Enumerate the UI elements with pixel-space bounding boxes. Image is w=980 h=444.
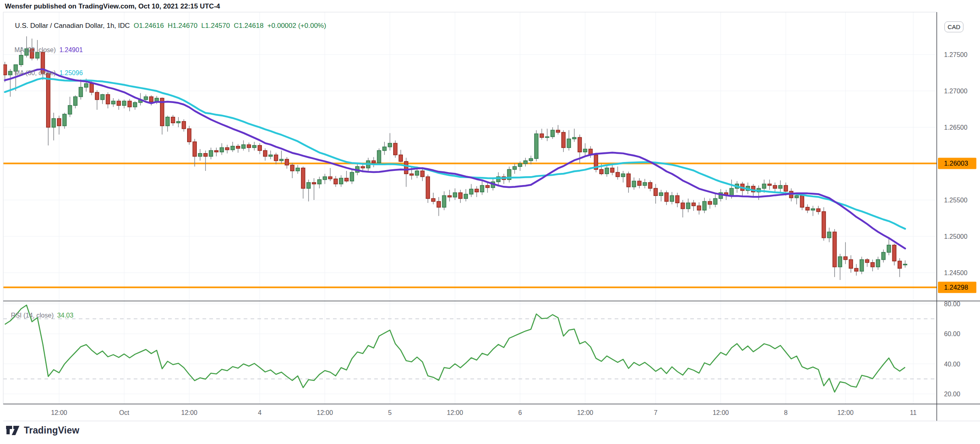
svg-text:11: 11 — [910, 409, 917, 416]
ma20-label: MA (20, close) — [15, 46, 56, 53]
svg-text:4: 4 — [258, 409, 261, 416]
attribution-text: Wensfer published on TradingView.com, Oc… — [5, 2, 220, 11]
svg-text:8: 8 — [784, 409, 788, 416]
svg-text:12:00: 12:00 — [51, 409, 67, 416]
svg-text:20.00: 20.00 — [944, 391, 960, 398]
svg-text:1.25000: 1.25000 — [944, 233, 967, 240]
svg-text:12:00: 12:00 — [181, 409, 197, 416]
svg-text:5: 5 — [388, 409, 392, 416]
svg-text:1.24298: 1.24298 — [944, 284, 968, 291]
ma30-value: 1.25096 — [59, 69, 83, 76]
tradingview-icon — [6, 425, 20, 436]
ohlc-values: O1.24616 H1.24670 L1.24570 C1.24618 +0.0… — [134, 22, 326, 29]
page: { "header": {"text": "Wensfer published … — [0, 0, 980, 444]
svg-text:6: 6 — [518, 409, 522, 416]
svg-text:60.00: 60.00 — [944, 330, 960, 337]
svg-text:40.00: 40.00 — [944, 361, 960, 368]
currency-button[interactable]: CAD — [944, 21, 963, 32]
symbol-title: U.S. Dollar / Canadian Dollar, 1h, IDC — [15, 22, 130, 29]
svg-text:1.25500: 1.25500 — [944, 197, 967, 204]
svg-text:7: 7 — [654, 409, 658, 416]
svg-text:12:00: 12:00 — [447, 409, 463, 416]
svg-text:1.27500: 1.27500 — [944, 51, 967, 58]
svg-text:80.00: 80.00 — [944, 301, 960, 307]
svg-text:12:00: 12:00 — [712, 409, 729, 416]
rsi-legend: RSI (14, close) 34.03 — [7, 305, 74, 319]
rsi-value: 34.03 — [57, 312, 74, 319]
svg-text:12:00: 12:00 — [577, 409, 593, 416]
tradingview-logo[interactable]: TradingView — [6, 425, 79, 436]
svg-text:1.24500: 1.24500 — [944, 269, 967, 276]
svg-text:12:00: 12:00 — [317, 409, 333, 416]
svg-text:12:00: 12:00 — [837, 409, 854, 416]
svg-text:1.27000: 1.27000 — [944, 88, 967, 95]
svg-text:1.26003: 1.26003 — [944, 160, 968, 167]
symbol-legend: U.S. Dollar / Canadian Dollar, 1h, IDC O… — [7, 14, 326, 84]
svg-text:1.26500: 1.26500 — [944, 124, 967, 131]
ma30-label: MA (30, close) — [15, 69, 56, 76]
svg-text:Oct: Oct — [119, 409, 129, 416]
rsi-label: RSI (14, close) — [11, 312, 54, 319]
tradingview-wordmark: TradingView — [24, 425, 79, 436]
ma20-value: 1.24901 — [59, 46, 83, 53]
